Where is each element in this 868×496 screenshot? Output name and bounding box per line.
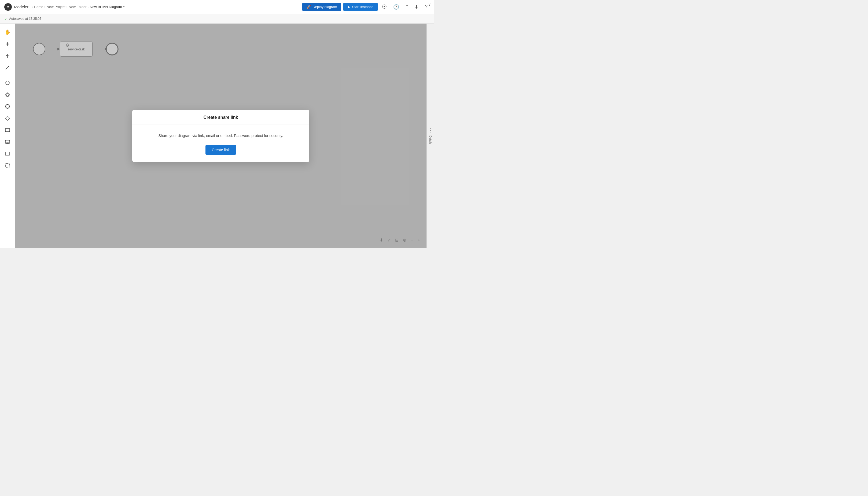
gateway-button[interactable] bbox=[2, 113, 13, 124]
left-toolbar: ✋ bbox=[0, 24, 15, 248]
topbar-dropdown[interactable]: ∨ bbox=[428, 2, 431, 6]
history-icon[interactable]: 🕐 bbox=[391, 3, 401, 11]
app-icon: M bbox=[4, 3, 12, 11]
connect-tool-button[interactable] bbox=[2, 62, 13, 73]
right-panel[interactable]: ⋮ Details bbox=[426, 24, 434, 248]
subprocess-button[interactable] bbox=[2, 137, 13, 147]
app-name: Modeler bbox=[14, 4, 28, 9]
breadcrumb-project[interactable]: New Project bbox=[47, 5, 65, 9]
task-button[interactable] bbox=[2, 125, 13, 135]
play-icon: ▶ bbox=[348, 5, 350, 9]
toolbar-separator-1 bbox=[3, 75, 12, 75]
download-icon[interactable]: ⬇ bbox=[412, 3, 421, 11]
svg-point-12 bbox=[6, 105, 10, 108]
intermediate-event-button[interactable] bbox=[2, 89, 13, 100]
create-link-button[interactable]: Create link bbox=[205, 145, 236, 155]
hand-tool-button[interactable]: ✋ bbox=[2, 27, 13, 37]
modal-description: Share your diagram via link, email or em… bbox=[139, 133, 303, 139]
share-link-modal: Create share link Share your diagram via… bbox=[132, 110, 309, 162]
autosave-bar: ✓ Autosaved at 17:35:07 bbox=[0, 14, 434, 24]
svg-point-11 bbox=[6, 93, 9, 96]
deploy-diagram-button[interactable]: 🚀 Deploy diagram bbox=[302, 3, 341, 11]
end-event-button[interactable] bbox=[2, 101, 13, 112]
svg-rect-14 bbox=[5, 128, 10, 131]
connections-icon[interactable]: ⦿ bbox=[380, 3, 389, 11]
start-event-button[interactable] bbox=[2, 77, 13, 88]
details-label: Details bbox=[429, 135, 432, 144]
top-actions: 🚀 Deploy diagram ▶ Start instance ⦿ 🕐 ⤴ … bbox=[302, 3, 430, 11]
autosave-text: Autosaved at 17:35:07 bbox=[9, 17, 41, 21]
create-tool-button[interactable] bbox=[2, 38, 13, 49]
svg-marker-13 bbox=[5, 116, 10, 120]
details-dots-icon: ⋮ bbox=[428, 127, 433, 133]
canvas[interactable]: ⚙ service-task Create share link Share y… bbox=[15, 24, 426, 248]
lasso-tool-button[interactable] bbox=[2, 50, 13, 61]
breadcrumb-folder[interactable]: New Folder bbox=[68, 5, 86, 9]
selection-button[interactable] bbox=[2, 160, 13, 171]
breadcrumb-home[interactable]: Home bbox=[34, 5, 44, 9]
pool-button[interactable] bbox=[2, 148, 13, 159]
svg-rect-19 bbox=[6, 164, 10, 167]
modal-overlay: Create share link Share your diagram via… bbox=[15, 24, 426, 248]
svg-rect-17 bbox=[5, 152, 10, 155]
breadcrumb: › Home › New Project › New Folder › New … bbox=[32, 5, 125, 9]
main-area: ✋ bbox=[0, 24, 434, 248]
modal-body: Share your diagram via link, email or em… bbox=[132, 124, 309, 162]
svg-point-9 bbox=[6, 81, 10, 85]
modal-header: Create share link bbox=[132, 110, 309, 124]
start-instance-button[interactable]: ▶ Start instance bbox=[343, 3, 378, 11]
topbar: M Modeler › Home › New Project › New Fol… bbox=[0, 0, 434, 14]
share-icon[interactable]: ⤴ bbox=[403, 3, 410, 11]
autosave-check-icon: ✓ bbox=[4, 17, 7, 21]
modal-title: Create share link bbox=[139, 115, 303, 120]
rocket-icon: 🚀 bbox=[307, 5, 311, 9]
breadcrumb-current[interactable]: New BPMN Diagram ▾ bbox=[90, 5, 125, 9]
chevron-down-icon: ▾ bbox=[123, 5, 125, 9]
svg-rect-15 bbox=[5, 140, 10, 143]
